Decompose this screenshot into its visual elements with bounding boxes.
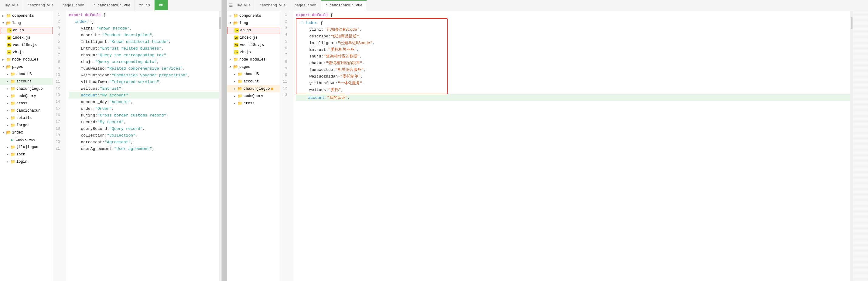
tree-forget-left[interactable]: ▶ 📁 forget <box>0 122 53 129</box>
line-num-10: 10 <box>56 72 63 79</box>
tree-codequery-right[interactable]: ▶ 📁 codeQuery <box>227 92 280 100</box>
tab-dancichaxun-left[interactable]: * dancichaxun.vue <box>89 0 135 11</box>
tree-dancichaxun-left[interactable]: ▶ 📁 dancichaxun <box>0 107 53 114</box>
tab-zh-js-left[interactable]: zh.js <box>135 0 155 11</box>
chevron-right-icon: ▶ <box>7 160 10 164</box>
folder-icon: 📂 <box>233 21 238 26</box>
tree-lang-left[interactable]: ▼ 📂 lang <box>0 20 53 27</box>
hamburger-menu[interactable]: ☰ <box>228 0 233 11</box>
tab-my-vue-right[interactable]: my.vue <box>233 0 255 11</box>
tree-cross-left[interactable]: ▶ 📁 cross <box>0 100 53 107</box>
r-line-3: 3 <box>283 25 291 32</box>
r-line-9: 9 <box>283 65 291 72</box>
chevron-down-icon: ▼ <box>2 65 5 68</box>
tree-index-left[interactable]: ▼ 📂 index <box>0 129 53 136</box>
chevron-right-icon: ▶ <box>7 94 10 98</box>
tab-dancichaxun-right[interactable]: * dancichaxun.vue <box>321 0 367 11</box>
js-file-icon: JS <box>7 28 12 33</box>
tree-label: lang <box>12 21 21 25</box>
r-code-line-7: shuju : "查询相对应的数据" , <box>297 53 445 60</box>
code-line-4: describe : "Product description" , <box>69 32 219 38</box>
tree-aboutus-right[interactable]: ▶ 📁 aboutUS <box>227 71 280 78</box>
tree-index-js-right[interactable]: JS index.js <box>227 34 280 41</box>
tab-pages-json-right[interactable]: pages.json <box>290 0 321 11</box>
js-file-icon: JS <box>7 35 11 40</box>
chevron-right-icon: ▶ <box>234 73 237 76</box>
tree-components-right[interactable]: ▶ 📁 components <box>227 12 280 20</box>
tree-jilujieguo-left[interactable]: ▶ 📁 jilujieguo <box>0 144 53 151</box>
code-line-3: yizhi : 'Known hscode' , <box>69 25 219 32</box>
left-line-numbers: 1 2 3 4 5 6 7 8 9 10 11 12 13 14 15 16 1 <box>53 11 66 281</box>
tab-renzheng-left[interactable]: renzheng.vue <box>23 0 58 11</box>
folder-icon: 📁 <box>6 57 11 62</box>
line-num-12: 12 <box>56 85 63 92</box>
tree-label: cross <box>244 101 254 106</box>
folder-icon: 📁 <box>10 123 15 128</box>
tree-vue-i18n-right[interactable]: JS vue-i18n.js <box>227 41 280 49</box>
vue-file-icon: ▶ <box>10 137 14 142</box>
tree-components-left[interactable]: ▶ 📁 components <box>0 12 53 20</box>
tree-login-left[interactable]: ▶ 📁 login <box>0 158 53 165</box>
js-file-icon: JS <box>234 28 239 33</box>
tree-node-modules-left[interactable]: ▶ 📁 node_modules <box>0 56 53 63</box>
line-num-11: 11 <box>56 79 63 85</box>
tree-chaxunjieguo-left[interactable]: ▶ 📁 chaxunjieguo <box>0 85 53 92</box>
tree-label: codeQuery <box>244 94 263 98</box>
right-scrollbar-thumb <box>851 17 852 29</box>
tree-pages-right[interactable]: ▼ 📂 pages <box>227 63 280 71</box>
tree-zh-js-left[interactable]: JS zh.js <box>0 49 53 56</box>
code-line-1: export default { <box>69 11 219 18</box>
tree-label: node_modules <box>239 57 266 62</box>
tab-my-vue-left[interactable]: my.vue <box>1 0 23 11</box>
folder-icon: 📁 <box>10 94 15 99</box>
chevron-right-icon: ▶ <box>7 80 10 83</box>
folder-icon: 📁 <box>10 116 15 120</box>
tree-details-left[interactable]: ▶ 📁 details <box>0 114 53 122</box>
right-minimap <box>853 11 868 281</box>
tree-label: login <box>17 160 27 164</box>
right-code-lines: 1 2 3 4 5 6 7 8 9 10 11 12 13 <box>280 11 868 281</box>
tab-pages-json-left[interactable]: pages.json <box>58 0 89 11</box>
left-scrollbar[interactable] <box>219 11 221 281</box>
line-num-18: 18 <box>56 125 63 132</box>
chevron-right-icon: ▶ <box>2 14 5 18</box>
code-line-8: shuju : "Query corresponding data" , <box>69 58 219 65</box>
tree-cross-right[interactable]: ▶ 📁 cross <box>227 100 280 107</box>
tree-zh-js-right[interactable]: JS zh.js <box>227 49 280 56</box>
folder-icon: 📂 <box>6 130 11 135</box>
code-line-6: Entrust : "Entrust related business" , <box>69 45 219 52</box>
folder-icon: 📁 <box>10 159 15 164</box>
tree-lang-right[interactable]: ▼ 📂 lang <box>227 20 280 27</box>
right-code-content: export default { □ index : { <box>293 11 850 281</box>
left-code-content: export default { index : { yizhi : 'Kn <box>66 11 219 281</box>
tree-aboutus-left[interactable]: ▶ 📁 aboutUS <box>0 71 53 78</box>
tree-en-js-left[interactable]: JS en.js <box>0 27 53 34</box>
js-file-icon: JS <box>7 43 11 48</box>
tree-index-vue-left[interactable]: ▶ index.vue <box>0 136 53 144</box>
tree-label: components <box>239 14 261 18</box>
tab-en-js-left[interactable]: en <box>155 0 168 11</box>
tree-node-modules-right[interactable]: ▶ 📁 node_modules <box>227 56 280 63</box>
tab-renzheng-right[interactable]: renzheng.vue <box>255 0 290 11</box>
folder-icon: 📂 <box>6 64 11 69</box>
line-num-13: 13 <box>56 92 63 99</box>
tree-pages-left[interactable]: ▼ 📂 pages <box>0 63 53 71</box>
red-border-region: □ index : { yizhi : '已知多边HScode' , <box>296 18 448 94</box>
line-num-21: 21 <box>56 145 63 152</box>
code-line-10: weituozhidan : "Commission voucher prepa… <box>69 72 219 79</box>
tree-index-js-left[interactable]: JS index.js <box>0 34 53 41</box>
folder-icon: 📁 <box>10 101 15 106</box>
tree-codequery-left[interactable]: ▶ 📁 codeQuery <box>0 92 53 100</box>
right-scrollbar[interactable] <box>850 11 853 281</box>
tree-vue-i18n-left[interactable]: JS vue-i18n.js <box>0 41 53 49</box>
folder-icon: 📁 <box>6 13 11 18</box>
r-line-2: 2 <box>283 18 291 25</box>
tree-chaxunjieguo-right[interactable]: ▶ 📂 chaxunjieguo <box>227 85 280 92</box>
tree-lock-left[interactable]: ▶ 📁 lock <box>0 151 53 158</box>
tree-label: index <box>12 131 23 135</box>
chevron-right-icon: ▶ <box>2 58 5 61</box>
line-num-14: 14 <box>56 99 63 105</box>
tree-en-js-right[interactable]: JS en.js <box>227 27 280 34</box>
tree-account-right[interactable]: ▶ 📁 account <box>227 78 280 85</box>
tree-account-left[interactable]: ▶ 📁 account <box>0 78 53 85</box>
